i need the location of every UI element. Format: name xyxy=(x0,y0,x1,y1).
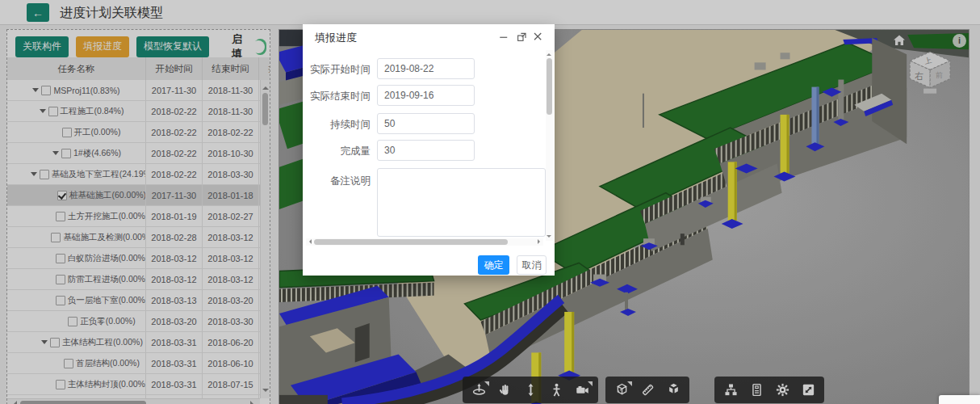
dialog-vscroll-thumb[interactable] xyxy=(547,58,552,115)
duration-input[interactable] xyxy=(377,113,475,134)
progress-plan-page: ← 进度计划关联模型 关联构件 填报进度 模型恢复默认 开启填报 任务名称 开始… xyxy=(0,0,980,404)
corner-popup xyxy=(939,395,980,404)
dialog-vertical-scrollbar[interactable] xyxy=(546,50,553,241)
dialog-title: 填报进度 xyxy=(315,31,357,45)
dialog-hscroll-thumb[interactable] xyxy=(314,239,508,245)
dialog-titlebar[interactable]: 填报进度 xyxy=(303,24,555,48)
remark-label: 备注说明 xyxy=(303,175,371,188)
remark-textarea[interactable] xyxy=(377,168,546,237)
actual-end-input[interactable] xyxy=(377,85,475,106)
fill-progress-dialog: 填报进度 实际开始时间 实际结束时间 持续时间 完成量 备注说明 xyxy=(303,24,555,276)
confirm-button[interactable]: 确定 xyxy=(478,255,509,275)
cancel-button[interactable]: 取消 xyxy=(517,255,547,275)
actual-start-label: 实际开始时间 xyxy=(303,63,371,77)
dialog-scroll-right-icon[interactable] xyxy=(538,239,542,244)
actual-start-input[interactable] xyxy=(377,58,475,79)
actual-end-label: 实际结束时间 xyxy=(303,90,371,103)
dialog-scroll-left-icon[interactable] xyxy=(307,239,312,244)
close-icon[interactable] xyxy=(532,30,545,43)
dialog-scroll-down-icon[interactable] xyxy=(547,235,551,240)
completed-amount-label: 完成量 xyxy=(303,145,371,158)
completed-amount-input[interactable] xyxy=(377,140,475,161)
dialog-scroll-up-icon[interactable] xyxy=(547,51,551,56)
minimize-icon[interactable] xyxy=(498,30,511,43)
restore-icon[interactable] xyxy=(516,30,529,43)
duration-label: 持续时间 xyxy=(303,118,371,132)
dialog-horizontal-scrollbar[interactable] xyxy=(306,238,543,246)
